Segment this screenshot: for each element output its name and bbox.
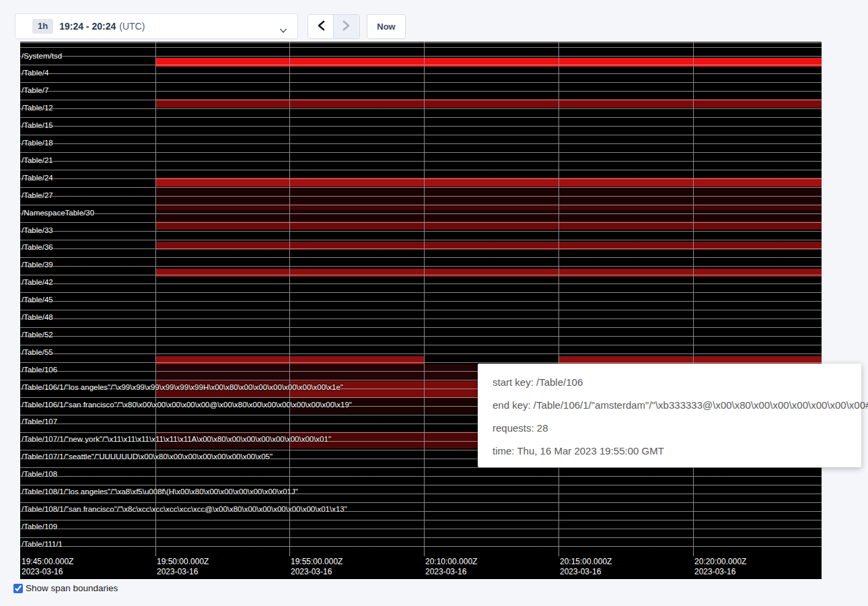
- span-tooltip: start key: /Table/106end key: /Table/106…: [478, 364, 861, 467]
- heatmap-row-label: /Table/21: [22, 156, 53, 165]
- tooltip-line: requests: 28: [493, 417, 861, 440]
- axis-tick-time: 20:20:00.000Z: [694, 557, 746, 567]
- axis-tick-mark: [558, 553, 559, 556]
- heatmap-row-label: /Table/107/1/"seattle"/"UUUUUUD\x00\x80\…: [22, 452, 273, 461]
- axis-tick-label: 19:50:00.000Z2023-03-16: [157, 557, 209, 577]
- axis-tick-time: 20:10:00.000Z: [425, 557, 477, 567]
- time-nav-group: [308, 14, 360, 39]
- heatmap-row-label: /Table/45: [22, 296, 53, 304]
- axis-tick-label: 20:15:00.000Z2023-03-16: [560, 557, 612, 577]
- heatmap-row-label: /Table/15: [22, 121, 53, 130]
- heatmap-row-label: /Table/107: [22, 417, 57, 426]
- heat-band: [155, 204, 822, 210]
- tooltip-line: end key: /Table/106/1/"amsterdam"/"\xb33…: [493, 394, 861, 417]
- heatmap-row-label: /Table/39: [22, 261, 53, 269]
- time-axis: 19:45:00.000Z2023-03-1619:50:00.000Z2023…: [20, 553, 822, 579]
- heatmap-row-label: /Table/27: [22, 191, 53, 200]
- span-boundary-topline: [20, 42, 822, 43]
- heatmap-row-label: /Table/108/1/"san francisco"/"\x8c\xcc\x…: [22, 505, 347, 514]
- axis-tick-mark: [155, 553, 156, 556]
- heat-band: [155, 222, 822, 230]
- toolbar: 1h 19:24 - 20:24 (UTC) Now: [0, 0, 868, 42]
- axis-tick-date: 2023-03-16: [694, 567, 746, 577]
- span-boundary-lines: [20, 42, 822, 553]
- next-interval-button[interactable]: [334, 15, 359, 38]
- column-gridline: [558, 42, 559, 553]
- now-button[interactable]: Now: [367, 14, 406, 39]
- heat-band: [155, 242, 822, 250]
- axis-tick-time: 20:15:00.000Z: [560, 557, 612, 567]
- heatmap-row-label: /Table/108: [22, 470, 57, 479]
- axis-tick-label: 19:55:00.000Z2023-03-16: [291, 557, 342, 577]
- heatmap-row-label: /Table/18: [22, 139, 53, 147]
- tooltip-line: time: Thu, 16 Mar 2023 19:55:00 GMT: [493, 440, 861, 463]
- column-gridline: [693, 42, 694, 553]
- heatmap-row-label: /Table/52: [22, 331, 53, 339]
- heatmap-row-label: /Table/108/1/"los angeles"/"\xa8\xf5\u00…: [22, 487, 298, 496]
- heatmap-row-label: /Table/24: [22, 174, 53, 182]
- heatmap-row-label: /Table/12: [22, 104, 53, 112]
- time-range-label: 19:24 - 20:24: [59, 21, 116, 32]
- heat-band: [155, 178, 822, 187]
- axis-tick-date: 2023-03-16: [157, 567, 209, 577]
- column-gridline: [289, 42, 290, 553]
- heatmap-row-label: /Table/55: [22, 348, 53, 357]
- heatmap-row-label: /NamespaceTable/30: [22, 209, 94, 217]
- key-visualizer-canvas[interactable]: /System/tsd/Table/4/Table/7/Table/12/Tab…: [20, 42, 822, 579]
- heatmap-row-label: /System/tsd: [22, 52, 62, 61]
- axis-tick-time: 19:55:00.000Z: [291, 557, 342, 567]
- time-range-timezone: (UTC): [119, 21, 145, 32]
- footer-controls: Show span boundaries: [13, 583, 118, 593]
- time-range-selector[interactable]: 1h 19:24 - 20:24 (UTC): [15, 13, 298, 39]
- axis-tick-time: 19:45:00.000Z: [22, 557, 73, 567]
- heatmap-row-label: /Table/36: [22, 243, 53, 252]
- axis-tick-label: 20:20:00.000Z2023-03-16: [694, 557, 746, 577]
- heatmap-row-label: /Table/48: [22, 313, 53, 322]
- axis-tick-date: 2023-03-16: [560, 567, 612, 577]
- time-range-badge: 1h: [32, 19, 53, 34]
- heat-band: [155, 269, 822, 277]
- chevron-down-icon: [279, 24, 287, 36]
- heatmap-row-label: /Table/106/1/"los angeles"/"\x99\x99\x99…: [22, 383, 343, 392]
- heatmap-row-label: /Table/33: [22, 226, 53, 235]
- column-gridline: [424, 42, 425, 553]
- show-span-boundaries-label[interactable]: Show span boundaries: [26, 583, 118, 593]
- chevron-right-icon: [342, 20, 351, 33]
- tooltip-line: start key: /Table/106: [493, 371, 861, 394]
- axis-tick-date: 2023-03-16: [425, 567, 477, 577]
- heatmap-row-label: /Table/109: [22, 523, 57, 531]
- heatmap-row-label: /Table/4: [22, 69, 48, 77]
- axis-tick-mark: [693, 553, 694, 556]
- axis-tick-label: 20:10:00.000Z2023-03-16: [425, 557, 477, 577]
- previous-interval-button[interactable]: [308, 15, 334, 38]
- axis-tick-date: 2023-03-16: [22, 567, 73, 577]
- heatmap-row-label: /Table/107/1/"new york"/"\x11\x11\x11\x1…: [22, 435, 331, 444]
- heat-band: [155, 58, 822, 67]
- axis-tick-date: 2023-03-16: [291, 567, 342, 577]
- heatmap-row-label: /Table/106/1/"san francisco"/"\x80\x00\x…: [22, 401, 352, 409]
- heat-band: [155, 99, 822, 108]
- heatmap-row-label: /Table/7: [22, 86, 48, 95]
- axis-tick-mark: [424, 553, 425, 556]
- heatmap-row-label: /Table/106: [22, 366, 57, 374]
- heatmap-rows-area: /System/tsd/Table/4/Table/7/Table/12/Tab…: [20, 42, 822, 553]
- column-gridline: [155, 42, 156, 553]
- heatmap-row-label: /Table/111/1: [22, 540, 63, 549]
- axis-tick-mark: [289, 553, 290, 556]
- axis-tick-label: 19:45:00.000Z2023-03-16: [22, 557, 73, 577]
- axis-tick-time: 19:50:00.000Z: [157, 557, 209, 567]
- heatmap-row-label: /Table/42: [22, 278, 53, 287]
- chevron-left-icon: [317, 20, 325, 33]
- show-span-boundaries-checkbox[interactable]: [13, 584, 23, 593]
